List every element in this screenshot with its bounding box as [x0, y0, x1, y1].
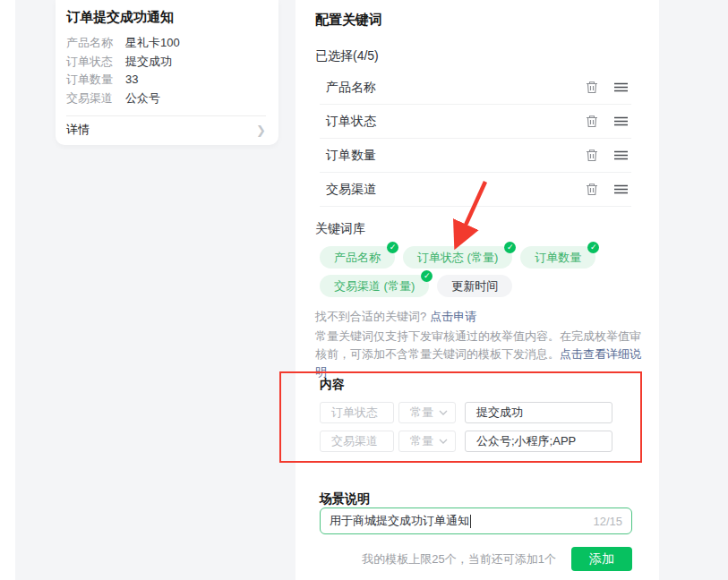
- keyword-library-tags: 产品名称 ✓ 订单状态 (常量) ✓ 订单数量 ✓ 交易渠道 (常量) ✓ 更新…: [320, 246, 638, 303]
- keyword-tag[interactable]: 订单数量 ✓: [520, 246, 595, 269]
- scene-description-label: 场景说明: [320, 491, 370, 508]
- trash-icon: [586, 115, 598, 128]
- keyword-name: 交易渠道: [320, 182, 581, 198]
- detail-label: 详情: [66, 122, 90, 138]
- content-row: 订单状态 常量 提交成功: [320, 402, 612, 423]
- type-select[interactable]: 常量: [398, 431, 456, 452]
- template-preview-card: 订单提交成功通知 产品名称 星礼卡100 订单状态 提交成功 订单数量 33 交…: [56, 0, 278, 145]
- chevron-down-icon: [439, 439, 448, 444]
- help-line: 找不到合适的关键词?点击申请: [315, 309, 476, 325]
- field-label: 交易渠道: [66, 90, 125, 108]
- detail-link-row[interactable]: 详情 ❯: [66, 116, 266, 143]
- content-row: 交易渠道 常量 公众号;小程序;APP: [320, 431, 612, 452]
- content-label: 内容: [320, 377, 612, 393]
- constant-value-input[interactable]: 提交成功: [465, 402, 612, 423]
- card-field-row: 产品名称 星礼卡100: [66, 34, 266, 53]
- keyword-tag[interactable]: 订单状态 (常量) ✓: [403, 246, 512, 269]
- card-field-row: 交易渠道 公众号: [66, 90, 266, 108]
- keyword-tag[interactable]: 更新时间: [437, 275, 512, 297]
- field-value: 公众号: [125, 90, 160, 108]
- keyword-name: 产品名称: [320, 80, 581, 96]
- chevron-down-icon: [439, 410, 448, 415]
- text-caret: [470, 515, 471, 528]
- selected-keyword-row: 订单数量: [320, 139, 631, 173]
- trash-icon: [586, 81, 598, 94]
- keyword-name: 订单状态: [320, 114, 581, 130]
- card-field-row: 订单状态 提交成功: [66, 53, 266, 72]
- field-value: 33: [125, 71, 138, 90]
- drag-handle-icon: [614, 184, 628, 194]
- drag-handle[interactable]: [610, 77, 631, 98]
- field-value: 提交成功: [125, 53, 172, 72]
- tag-row: 交易渠道 (常量) ✓ 更新时间: [320, 275, 638, 297]
- add-template-button[interactable]: 添加: [571, 547, 632, 571]
- delete-keyword-button[interactable]: [581, 179, 603, 200]
- constant-value-input[interactable]: 公众号;小程序;APP: [465, 431, 612, 452]
- drag-handle[interactable]: [610, 179, 631, 200]
- card-title: 订单提交成功通知: [66, 7, 266, 27]
- help-question: 找不到合适的关键词?: [315, 310, 426, 323]
- panel-footer: 我的模板上限25个，当前还可添加1个 添加: [320, 547, 632, 571]
- tag-label: 更新时间: [451, 279, 498, 293]
- type-select-value: 常量: [410, 433, 433, 449]
- scene-input-value: 用于商城提交成功订单通知: [330, 513, 469, 529]
- panel-title: 配置关键词: [315, 12, 382, 29]
- check-badge-icon: ✓: [587, 242, 599, 253]
- selected-keyword-list: 产品名称 订单状态 订单数量: [320, 71, 631, 207]
- tag-label: 产品名称: [334, 251, 381, 264]
- template-quota-text: 我的模板上限25个，当前还可添加1个: [362, 551, 556, 567]
- trash-icon: [586, 183, 598, 196]
- check-badge-icon: ✓: [421, 270, 433, 282]
- keyword-field-disabled: 交易渠道: [320, 431, 394, 452]
- drag-handle-icon: [614, 150, 628, 160]
- delete-keyword-button[interactable]: [581, 77, 603, 98]
- card-field-row: 订单数量 33: [66, 71, 266, 90]
- type-select[interactable]: 常量: [398, 402, 456, 423]
- left-edge-strip: [0, 0, 15, 580]
- keyword-config-panel: 配置关键词 已选择(4/5) 产品名称 订单状态 订单数量: [295, 0, 659, 580]
- drag-handle[interactable]: [610, 111, 631, 132]
- chevron-right-icon: ❯: [256, 124, 266, 137]
- keyword-tag[interactable]: 交易渠道 (常量) ✓: [320, 275, 429, 297]
- type-select-value: 常量: [410, 405, 433, 421]
- delete-keyword-button[interactable]: [581, 145, 603, 166]
- keyword-library-label: 关键词库: [315, 221, 365, 237]
- drag-handle[interactable]: [610, 145, 631, 166]
- field-value: 星礼卡100: [125, 34, 180, 53]
- field-label: 订单数量: [66, 71, 125, 90]
- field-label: 订单状态: [66, 53, 125, 72]
- drag-handle-icon: [614, 82, 628, 92]
- scene-description-input[interactable]: 用于商城提交成功订单通知 12/15: [320, 508, 632, 534]
- delete-keyword-button[interactable]: [581, 111, 603, 132]
- char-counter: 12/15: [593, 515, 622, 528]
- selected-count-header: 已选择(4/5): [315, 48, 379, 64]
- tag-label: 订单数量: [535, 251, 581, 264]
- tag-label: 订单状态 (常量): [417, 251, 498, 264]
- tag-label: 交易渠道 (常量): [334, 279, 415, 293]
- trash-icon: [586, 149, 598, 162]
- selected-keyword-row: 产品名称: [320, 71, 631, 105]
- keyword-name: 订单数量: [320, 148, 581, 164]
- field-label: 产品名称: [66, 34, 125, 53]
- content-section: 内容 订单状态 常量 提交成功 交易渠道 常量 公众号;小程序;APP: [320, 371, 612, 459]
- drag-handle-icon: [614, 116, 628, 126]
- apply-keyword-link[interactable]: 点击申请: [430, 310, 476, 323]
- selected-keyword-row: 交易渠道: [320, 173, 631, 207]
- selected-keyword-row: 订单状态: [320, 105, 631, 139]
- tag-row: 产品名称 ✓ 订单状态 (常量) ✓ 订单数量 ✓: [320, 246, 638, 269]
- check-badge-icon: ✓: [387, 242, 398, 253]
- keyword-tag[interactable]: 产品名称 ✓: [320, 246, 395, 269]
- keyword-field-disabled: 订单状态: [320, 402, 394, 423]
- check-badge-icon: ✓: [504, 242, 516, 253]
